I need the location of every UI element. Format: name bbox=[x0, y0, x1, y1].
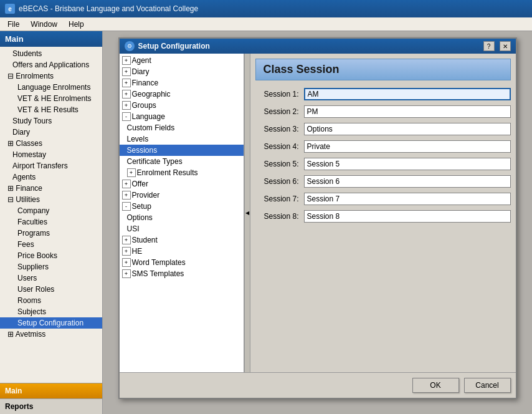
tree-expander-geographic: + bbox=[122, 90, 131, 99]
tree-label-groups: Groups bbox=[132, 101, 156, 110]
sidebar-item-finance[interactable]: ⊞ Finance bbox=[0, 183, 102, 194]
sidebar-item-users[interactable]: Users bbox=[0, 272, 102, 284]
sidebar-item-study-tours[interactable]: Study Tours bbox=[0, 115, 102, 127]
sidebar-item-programs[interactable]: Programs bbox=[0, 228, 102, 239]
session-row-1: Session 1: bbox=[255, 88, 511, 100]
tree-item-enrolment-results[interactable]: + Enrolment Results bbox=[120, 167, 244, 178]
sidebar-item-agents[interactable]: Agents bbox=[0, 171, 102, 183]
dialog-icon: ⚙ bbox=[125, 41, 135, 51]
menu-help[interactable]: Help bbox=[64, 19, 89, 30]
session-row-8: Session 8: bbox=[255, 210, 511, 223]
sidebar-item-diary[interactable]: Diary bbox=[0, 127, 102, 138]
session-input-1[interactable] bbox=[304, 88, 511, 100]
sidebar-item-company[interactable]: Company bbox=[0, 205, 102, 216]
tree-label-language: Language bbox=[132, 112, 165, 121]
dialog-footer: OK Cancel bbox=[120, 372, 516, 398]
sidebar-item-vet-he-results[interactable]: VET & HE Results bbox=[0, 104, 102, 115]
title-bar: e eBECAS - Brisbane Language and Vocatio… bbox=[0, 0, 532, 17]
session-label-5: Session 5: bbox=[255, 160, 299, 168]
sidebar-btn-main[interactable]: Main bbox=[0, 383, 102, 398]
tree-label-usi: USI bbox=[127, 224, 140, 233]
content-panel: Class Session Session 1: Session 2: Sess… bbox=[250, 54, 516, 372]
sidebar-item-setup-configuration[interactable]: Setup Configuration bbox=[0, 317, 102, 329]
session-input-7[interactable] bbox=[304, 193, 511, 205]
sidebar-item-homestay[interactable]: Homestay bbox=[0, 149, 102, 160]
sidebar-item-faculties[interactable]: Faculties bbox=[0, 216, 102, 228]
tree-expander-diary: + bbox=[122, 67, 131, 76]
session-input-5[interactable] bbox=[304, 158, 511, 170]
app-title: eBECAS - Brisbane Language and Vocationa… bbox=[19, 4, 198, 13]
tree-item-geographic[interactable]: + Geographic bbox=[120, 89, 244, 100]
session-label-8: Session 8: bbox=[255, 212, 299, 221]
tree-expander-groups: + bbox=[122, 101, 131, 110]
tree-item-groups[interactable]: + Groups bbox=[120, 100, 244, 111]
sidebar-item-utilities[interactable]: ⊟ Utilities bbox=[0, 194, 102, 205]
tree-item-diary[interactable]: + Diary bbox=[120, 66, 244, 77]
tree-item-setup[interactable]: - Setup bbox=[120, 201, 244, 212]
session-row-7: Session 7: bbox=[255, 193, 511, 205]
sidebar-item-vet-he-enrolments[interactable]: VET & HE Enrolments bbox=[0, 93, 102, 104]
content-title: Class Session bbox=[264, 63, 503, 76]
tree-item-usi[interactable]: USI bbox=[120, 223, 244, 234]
tree-label-provider: Provider bbox=[132, 191, 160, 200]
tree-item-sessions[interactable]: Sessions bbox=[120, 145, 244, 156]
modal-overlay: ⚙ Setup Configuration ? ✕ + Agent + Diar… bbox=[103, 31, 532, 414]
collapse-handle[interactable]: ◀ bbox=[244, 54, 250, 372]
tree-expander-sms-templates: + bbox=[122, 269, 131, 278]
sidebar-btn-reports[interactable]: Reports bbox=[0, 398, 102, 414]
session-input-6[interactable] bbox=[304, 175, 511, 188]
sidebar-item-price-books[interactable]: Price Books bbox=[0, 250, 102, 261]
sidebar-item-avetmiss[interactable]: ⊞ Avetmiss bbox=[0, 329, 102, 340]
session-input-2[interactable] bbox=[304, 105, 511, 118]
sidebar-item-subjects[interactable]: Subjects bbox=[0, 306, 102, 317]
tree-expander-he: + bbox=[122, 247, 131, 256]
sidebar-item-language-enrolments[interactable]: Language Enrolments bbox=[0, 82, 102, 93]
tree-item-offer[interactable]: + Offer bbox=[120, 178, 244, 190]
sidebar-item-students[interactable]: Students bbox=[0, 48, 102, 59]
tree-item-custom-fields[interactable]: Custom Fields bbox=[120, 122, 244, 133]
menu-file[interactable]: File bbox=[2, 19, 24, 30]
menu-window[interactable]: Window bbox=[26, 19, 62, 30]
tree-item-word-templates[interactable]: + Word Templates bbox=[120, 257, 244, 268]
tree-expander-student: + bbox=[122, 236, 131, 244]
sidebar-item-enrolments[interactable]: ⊟ Enrolments bbox=[0, 70, 102, 82]
dialog-help-btn[interactable]: ? bbox=[483, 41, 495, 51]
tree-item-agent[interactable]: + Agent bbox=[120, 55, 244, 66]
tree-item-language[interactable]: - Language bbox=[120, 111, 244, 122]
tree-label-finance: Finance bbox=[132, 79, 159, 87]
sidebar-item-offers[interactable]: Offers and Applications bbox=[0, 59, 102, 70]
session-input-8[interactable] bbox=[304, 210, 511, 223]
session-label-2: Session 2: bbox=[255, 107, 299, 116]
session-input-3[interactable] bbox=[304, 123, 511, 135]
session-input-4[interactable] bbox=[304, 140, 511, 153]
tree-expander-provider: + bbox=[122, 191, 131, 200]
tree-label-offer: Offer bbox=[132, 180, 148, 188]
tree-item-he[interactable]: + HE bbox=[120, 246, 244, 257]
cancel-button[interactable]: Cancel bbox=[464, 378, 511, 393]
ok-button[interactable]: OK bbox=[412, 378, 459, 393]
sidebar-item-classes[interactable]: ⊞ Classes bbox=[0, 138, 102, 149]
tree-expander-enrolment-results: + bbox=[127, 168, 136, 177]
session-row-3: Session 3: bbox=[255, 123, 511, 135]
sidebar-item-user-roles[interactable]: User Roles bbox=[0, 284, 102, 295]
dialog: ⚙ Setup Configuration ? ✕ + Agent + Diar… bbox=[118, 37, 517, 399]
tree-item-options[interactable]: Options bbox=[120, 212, 244, 223]
tree-item-sms-templates[interactable]: + SMS Templates bbox=[120, 268, 244, 279]
tree-item-certificate-types[interactable]: Certificate Types bbox=[120, 156, 244, 167]
sidebar-item-airport-transfers[interactable]: Airport Transfers bbox=[0, 160, 102, 171]
session-row-6: Session 6: bbox=[255, 175, 511, 188]
session-label-4: Session 4: bbox=[255, 142, 299, 151]
app-body: Main Students Offers and Applications ⊟ … bbox=[0, 31, 532, 414]
tree-label-options: Options bbox=[127, 213, 153, 222]
tree-item-finance[interactable]: + Finance bbox=[120, 77, 244, 89]
sidebar-item-fees[interactable]: Fees bbox=[0, 239, 102, 250]
tree-label-he: HE bbox=[132, 247, 143, 256]
tree-item-provider[interactable]: + Provider bbox=[120, 190, 244, 201]
sidebar-header: Main bbox=[0, 31, 102, 47]
dialog-close-btn[interactable]: ✕ bbox=[500, 41, 511, 51]
sidebar-item-rooms[interactable]: Rooms bbox=[0, 295, 102, 306]
tree-item-student[interactable]: + Student bbox=[120, 234, 244, 246]
tree-item-levels[interactable]: Levels bbox=[120, 133, 244, 145]
session-row-4: Session 4: bbox=[255, 140, 511, 153]
sidebar-item-suppliers[interactable]: Suppliers bbox=[0, 261, 102, 272]
